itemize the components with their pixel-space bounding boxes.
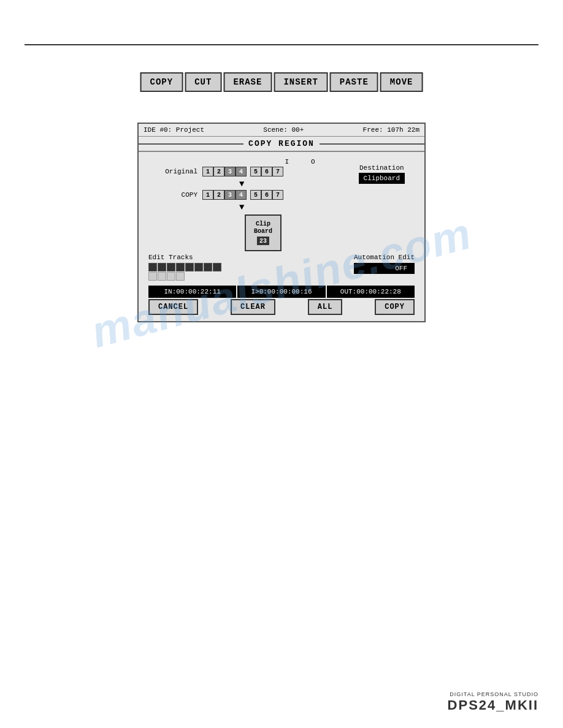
copy-track-box-5[interactable]: 5 xyxy=(250,190,261,200)
destination-section: Destination Clipboard xyxy=(359,164,405,184)
track-box-6[interactable]: 6 xyxy=(261,167,272,176)
destination-label: Destination xyxy=(359,164,405,172)
automation-value[interactable]: OFF xyxy=(354,263,415,274)
copy-button[interactable]: COPY xyxy=(140,72,183,92)
copy-track-row: COPY 1 2 3 4 5 6 7 xyxy=(148,190,415,200)
action-buttons-row: CANCEL CLEAR ALL COPY xyxy=(148,299,415,315)
track-box-5[interactable]: 5 xyxy=(250,167,261,176)
destination-value[interactable]: Clipboard xyxy=(359,173,405,184)
track-cell-7[interactable] xyxy=(204,263,212,271)
brand-large-text: DPS24_MKII xyxy=(448,697,538,713)
original-tracks-group2: 5 6 7 xyxy=(250,167,283,176)
track-cell-6[interactable] xyxy=(194,263,203,271)
copy-track-box-2[interactable]: 2 xyxy=(213,190,224,200)
automation-label: Automation Edit xyxy=(354,254,415,261)
toolbar: COPY CUT ERASE INSERT PASTE MOVE xyxy=(140,72,423,92)
clear-button[interactable]: CLEAR xyxy=(231,299,275,315)
track-cell-3[interactable] xyxy=(167,263,175,271)
edit-tracks-section: Edit Tracks xyxy=(148,254,221,281)
track-cell-2[interactable] xyxy=(158,263,166,271)
track-cell-10[interactable] xyxy=(158,272,166,281)
automation-section: Automation Edit OFF xyxy=(354,254,415,274)
clipboard-text-line2: Board xyxy=(254,228,272,235)
content-area: Destination Clipboard I O Original 1 2 3… xyxy=(148,158,415,315)
timecode-row: IN:00:00:22:11 I>0:00:00:00:16 OUT:00:00… xyxy=(148,286,415,298)
bottom-labels-row: Edit Tracks xyxy=(148,254,415,281)
clipboard-box[interactable]: Clip Board 23 xyxy=(245,214,282,251)
paste-button[interactable]: PASTE xyxy=(330,72,378,92)
top-divider xyxy=(25,44,538,45)
copy-track-box-7[interactable]: 7 xyxy=(272,190,283,200)
dialog-title: COPY REGION xyxy=(248,139,315,148)
i-label: I xyxy=(285,158,289,165)
track-cell-9[interactable] xyxy=(148,272,157,281)
clipboard-text-line1: Clip xyxy=(256,221,270,228)
original-tracks-group1: 1 2 3 4 xyxy=(202,167,247,176)
dialog-body: Destination Clipboard I O Original 1 2 3… xyxy=(139,152,424,321)
copy-action-button[interactable]: COPY xyxy=(375,299,415,315)
timecode-out[interactable]: OUT:00:00:22:28 xyxy=(327,286,415,298)
cut-button[interactable]: CUT xyxy=(185,72,221,92)
copy-track-box-3[interactable]: 3 xyxy=(224,190,236,200)
all-button[interactable]: ALL xyxy=(308,299,343,315)
track-box-1[interactable]: 1 xyxy=(202,167,213,176)
title-line-left xyxy=(139,143,243,145)
track-box-3[interactable]: 3 xyxy=(224,167,236,176)
clipboard-area: Clip Board 23 xyxy=(148,214,415,251)
insert-button[interactable]: INSERT xyxy=(274,72,327,92)
track-cell-1[interactable] xyxy=(148,263,157,271)
track-cell-12[interactable] xyxy=(176,272,185,281)
erase-button[interactable]: ERASE xyxy=(223,72,272,92)
brand-logo: DIGITAL PERSONAL STUDIO DPS24_MKII xyxy=(448,691,538,713)
track-box-7[interactable]: 7 xyxy=(272,167,283,176)
copy-tracks-group1: 1 2 3 4 xyxy=(202,190,247,200)
timecode-middle[interactable]: I>0:00:00:00:16 xyxy=(237,286,325,298)
track-box-4[interactable]: 4 xyxy=(236,167,247,176)
track-cell-5[interactable] xyxy=(185,263,194,271)
copy-tracks-group2: 5 6 7 xyxy=(250,190,283,200)
clipboard-number: 23 xyxy=(257,237,269,245)
free-label: Free: 107h 22m xyxy=(363,126,419,134)
track-grid xyxy=(148,263,221,281)
dialog-title-row: COPY REGION xyxy=(139,137,424,152)
scene-label: Scene: 00+ xyxy=(263,126,304,134)
timecode-in[interactable]: IN:00:00:22:11 xyxy=(148,286,236,298)
copy-track-box-4[interactable]: 4 xyxy=(236,190,247,200)
down-arrow-icon: ▼ xyxy=(239,179,244,189)
copy-region-dialog: IDE #0: Project Scene: 00+ Free: 107h 22… xyxy=(137,123,426,322)
copy-track-box-6[interactable]: 6 xyxy=(261,190,272,200)
arrow-to-clipboard: ▼ xyxy=(239,202,415,212)
move-button[interactable]: MOVE xyxy=(380,72,423,92)
original-label: Original xyxy=(148,168,197,175)
o-label: O xyxy=(311,158,315,165)
track-cell-11[interactable] xyxy=(167,272,175,281)
copy-track-box-1[interactable]: 1 xyxy=(202,190,213,200)
brand-small-text: DIGITAL PERSONAL STUDIO xyxy=(450,691,538,697)
track-box-2[interactable]: 2 xyxy=(213,167,224,176)
edit-tracks-label: Edit Tracks xyxy=(148,254,193,261)
dialog-header: IDE #0: Project Scene: 00+ Free: 107h 22… xyxy=(139,124,424,137)
cancel-button[interactable]: CANCEL xyxy=(148,299,198,315)
track-cell-8[interactable] xyxy=(213,263,221,271)
title-line-right xyxy=(320,143,424,145)
track-cell-4[interactable] xyxy=(176,263,185,271)
ide-label: IDE #0: Project xyxy=(144,126,204,134)
copy-label: COPY xyxy=(148,191,197,199)
